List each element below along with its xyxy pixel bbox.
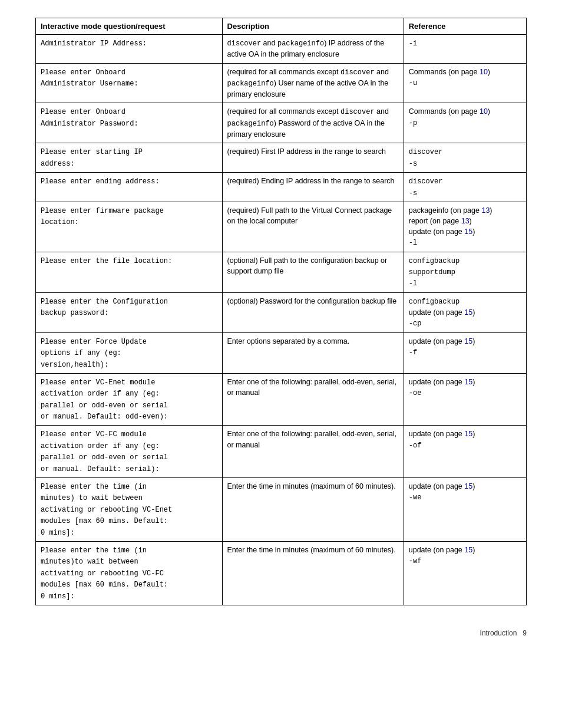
question-cell: Please enter OnboardAdministrator Passwo… (36, 103, 223, 143)
reference-cell: packageinfo (on page 13)report (on page … (404, 202, 526, 252)
question-cell: Please enter VC-FC moduleactivation orde… (36, 426, 223, 478)
question-cell: Please enter OnboardAdministrator Userna… (36, 63, 223, 103)
question-cell: Please enter the time (inminutes)to wait… (36, 541, 223, 605)
reference-cell: discover-s (404, 143, 526, 173)
page-link[interactable]: 15 (464, 308, 472, 317)
reference-cell: -i (404, 35, 526, 64)
question-cell: Please enter the time (inminutes) to wai… (36, 478, 223, 542)
reference-cell: configbackupsupportdump-l (404, 252, 526, 292)
table-row: Please enter the Configurationbackup pas… (36, 292, 527, 332)
table-row: Please enter the file location:(optional… (36, 252, 527, 292)
reference-cell: Commands (on page 10)-u (404, 63, 526, 103)
description-cell: Enter one of the following: parallel, od… (222, 373, 404, 426)
description-cell: (required) Ending IP address in the rang… (222, 173, 404, 202)
table-row: Please enter Force Updateoptions if any … (36, 332, 527, 373)
table-row: Please enter VC-FC moduleactivation orde… (36, 426, 527, 478)
reference-cell: configbackupupdate (on page 15)-cp (404, 292, 526, 332)
page-link[interactable]: 15 (464, 337, 472, 345)
reference-table: Interactive mode question/request Descri… (35, 18, 527, 605)
description-cell: (required) Full path to the Virtual Conn… (222, 202, 404, 252)
table-row: Please enter starting IPaddress:(require… (36, 143, 527, 173)
page-link[interactable]: 10 (480, 107, 488, 116)
reference-cell: update (on page 15)-f (404, 332, 526, 373)
description-cell: Enter one of the following: parallel, od… (222, 426, 404, 478)
reference-cell: update (on page 15)-we (404, 478, 526, 542)
page-link[interactable]: 13 (461, 217, 470, 225)
question-cell: Please enter VC-Enet moduleactivation or… (36, 373, 223, 426)
page-link[interactable]: 15 (464, 546, 472, 554)
page-link[interactable]: 15 (464, 430, 472, 438)
col-header-description: Description (222, 18, 404, 35)
table-row: Please enter the time (inminutes) to wai… (36, 478, 527, 542)
reference-cell: discover-s (404, 173, 526, 202)
question-cell: Please enter the file location: (36, 252, 223, 292)
table-row: Please enter the time (inminutes)to wait… (36, 541, 527, 605)
question-cell: Please enter the Configurationbackup pas… (36, 292, 223, 332)
description-cell: (required) First IP address in the range… (222, 143, 404, 173)
question-cell: Administrator IP Address: (36, 35, 223, 64)
question-cell: Please enter starting IPaddress: (36, 143, 223, 173)
question-cell: Please enter Force Updateoptions if any … (36, 332, 223, 373)
question-cell: Please enter ending address: (36, 173, 223, 202)
description-cell: Enter options separated by a comma. (222, 332, 404, 373)
col-header-question: Interactive mode question/request (36, 18, 223, 35)
description-cell: (optional) Password for the configuratio… (222, 292, 404, 332)
reference-cell: update (on page 15)-oe (404, 373, 526, 426)
page-link[interactable]: 13 (481, 206, 490, 215)
description-cell: discover and packageinfo) IP address of … (222, 35, 404, 64)
page-container: Interactive mode question/request Descri… (35, 18, 527, 637)
description-cell: Enter the time in minutes (maximum of 60… (222, 541, 404, 605)
page-link[interactable]: 15 (464, 378, 472, 386)
reference-cell: Commands (on page 10)-p (404, 103, 526, 143)
footer-label: Introduction 9 (480, 629, 527, 637)
page-link[interactable]: 15 (464, 482, 472, 490)
table-row: Administrator IP Address:discover and pa… (36, 35, 527, 64)
col-header-reference: Reference (404, 18, 526, 35)
reference-cell: update (on page 15)-of (404, 426, 526, 478)
table-row: Please enter OnboardAdministrator Userna… (36, 63, 527, 103)
question-cell: Please enter firmware packagelocation: (36, 202, 223, 252)
page-link[interactable]: 10 (480, 68, 488, 76)
page-link[interactable]: 15 (464, 228, 472, 236)
table-row: Please enter ending address:(required) E… (36, 173, 527, 202)
table-row: Please enter firmware packagelocation:(r… (36, 202, 527, 252)
table-row: Please enter OnboardAdministrator Passwo… (36, 103, 527, 143)
description-cell: (required for all commands except discov… (222, 103, 404, 143)
description-cell: (required for all commands except discov… (222, 63, 404, 103)
description-cell: Enter the time in minutes (maximum of 60… (222, 478, 404, 542)
description-cell: (optional) Full path to the configuratio… (222, 252, 404, 292)
table-row: Please enter VC-Enet moduleactivation or… (36, 373, 527, 426)
page-footer: Introduction 9 (35, 629, 527, 637)
reference-cell: update (on page 15)-wf (404, 541, 526, 605)
